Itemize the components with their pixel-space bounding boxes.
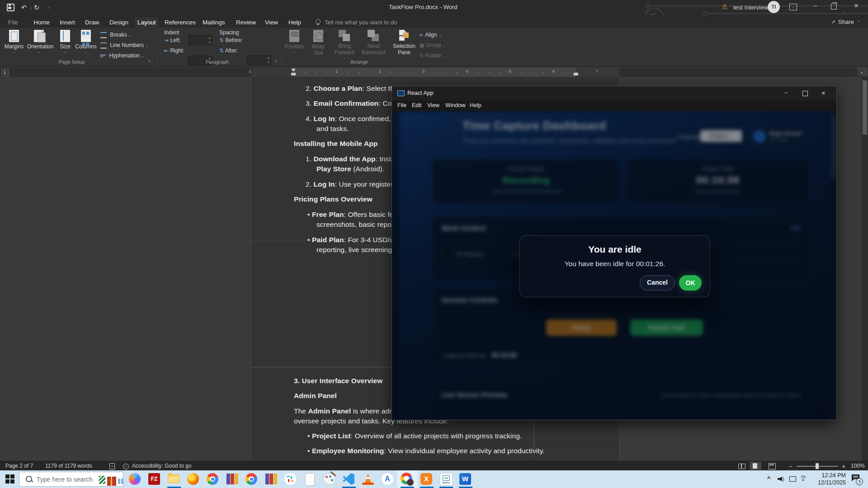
tab-design[interactable]: Design: [107, 17, 131, 28]
ok-button[interactable]: OK: [679, 275, 702, 291]
react-titlebar[interactable]: React App – ×: [392, 86, 836, 101]
page-indicator[interactable]: Page 2 of 7: [5, 463, 33, 469]
tray-chevron-icon[interactable]: ^: [767, 475, 771, 482]
tab-draw[interactable]: Draw: [82, 17, 102, 28]
display-icon[interactable]: [789, 476, 796, 482]
taskbar-icon-word[interactable]: W: [458, 473, 473, 486]
cancel-button[interactable]: Cancel: [640, 275, 675, 291]
menu-view[interactable]: View: [427, 102, 439, 108]
zoom-out-button[interactable]: −: [788, 463, 792, 470]
document-line[interactable]: Installing the Mobile App: [294, 140, 377, 148]
customize-quick-access-icon[interactable]: –: [44, 4, 52, 12]
tab-help[interactable]: Help: [286, 17, 304, 28]
taskbar-icon-chrome[interactable]: [205, 473, 221, 486]
document-line[interactable]: • Project List: Overview of all active p…: [307, 432, 522, 440]
redo-icon[interactable]: ↻: [33, 4, 41, 12]
indent-marker-left-bottom[interactable]: [291, 73, 296, 75]
taskbar-icon-app-a[interactable]: A: [380, 473, 396, 486]
taskbar-icon-chrome-2[interactable]: [244, 473, 259, 486]
tab-view[interactable]: View: [262, 17, 281, 28]
tab-references[interactable]: References: [162, 17, 198, 28]
taskbar-icon-notepad[interactable]: [302, 473, 318, 486]
avatar[interactable]: TI: [768, 1, 780, 13]
document-line[interactable]: 3. User Interface Overview: [294, 377, 382, 385]
align-button[interactable]: ⇤ Align ⌄: [420, 30, 442, 39]
warning-icon[interactable]: ⚠: [722, 3, 727, 11]
ribbon-display-options-icon[interactable]: ↑: [789, 4, 797, 10]
taskbar-icon-taskpro[interactable]: OK TaskPro: [439, 473, 454, 486]
account-name[interactable]: test Interview: [733, 4, 768, 11]
horizontal-ruler[interactable]: 1 1 2 3 4 5 6 7 L: [0, 68, 862, 77]
taskbar-icon-vscode[interactable]: [341, 473, 357, 486]
indent-marker-right[interactable]: [574, 73, 578, 75]
tab-layout[interactable]: Layout: [135, 17, 159, 28]
taskbar-icon-file-explorer[interactable]: [166, 473, 182, 486]
margins-button[interactable]: Margins ⌄: [2, 30, 26, 54]
print-layout-icon[interactable]: [750, 462, 761, 470]
wifi-icon[interactable]: [799, 475, 807, 482]
menu-help[interactable]: Help: [470, 102, 481, 108]
taskbar-icon-chrome-profile[interactable]: [400, 473, 415, 486]
react-close-button[interactable]: ×: [821, 89, 826, 97]
breaks-button[interactable]: Breaks ⌄: [100, 30, 132, 39]
document-line[interactable]: Admin Panel: [294, 392, 337, 400]
word-scrollbar-thumb[interactable]: [863, 80, 867, 135]
orientation-button[interactable]: ↘ Orientation ⌄: [27, 30, 51, 54]
spinner-arrows[interactable]: ▲▼: [208, 36, 211, 45]
taskbar-icon-winrar[interactable]: [225, 473, 240, 486]
line-numbers-button[interactable]: Line Numbers ⌄: [100, 41, 148, 50]
taskbar-icon-copilot[interactable]: [127, 473, 143, 486]
react-maximize-button[interactable]: [802, 91, 808, 96]
tab-mailings[interactable]: Mailings: [200, 17, 228, 28]
document-line[interactable]: and tasks.: [316, 125, 349, 133]
document-line[interactable]: • Employee Monitoring: View individual e…: [307, 447, 545, 455]
close-button[interactable]: ×: [851, 1, 862, 12]
taskbar-icon-winrar-2[interactable]: [264, 473, 279, 486]
minimize-button[interactable]: –: [811, 2, 821, 12]
taskbar-icon-paint[interactable]: [322, 473, 337, 486]
zoom-in-button[interactable]: +: [842, 463, 845, 470]
share-dropdown-icon[interactable]: ⌄: [857, 18, 861, 23]
hyphenation-button[interactable]: bᵃ⁻ Hyphenation ⌄: [100, 51, 144, 60]
paragraph-dialog-launcher-icon[interactable]: ↘: [274, 58, 278, 63]
tab-selector[interactable]: L: [1, 69, 9, 76]
word-scrollbar-track[interactable]: [862, 77, 868, 461]
spinner-arrows[interactable]: ▲▼: [267, 56, 270, 65]
accessibility-status[interactable]: Accessibility: Good to go: [132, 463, 191, 469]
tab-insert[interactable]: Insert: [57, 17, 78, 28]
taskbar-icon-xampp[interactable]: X: [419, 473, 434, 486]
web-layout-icon[interactable]: [769, 463, 776, 469]
start-button[interactable]: [5, 474, 15, 484]
clock[interactable]: 12:24 PM 12/11/2025: [811, 472, 846, 486]
size-button[interactable]: Size ⌄: [53, 30, 77, 54]
menu-file[interactable]: File: [397, 102, 406, 108]
proofing-icon[interactable]: ×: [109, 463, 115, 469]
collapse-ribbon-button[interactable]: ▲: [858, 68, 866, 75]
zoom-level[interactable]: 100%: [851, 463, 865, 469]
taskbar-icon-filezilla[interactable]: FZ: [147, 473, 162, 486]
indent-marker-left[interactable]: [291, 69, 296, 72]
search-box[interactable]: [19, 472, 123, 487]
menu-edit[interactable]: Edit: [412, 102, 422, 108]
zoom-slider-thumb[interactable]: [816, 463, 819, 469]
taskbar-icon-vlc[interactable]: [361, 473, 376, 486]
taskbar-icon-firefox[interactable]: [186, 473, 201, 486]
page-setup-dialog-launcher-icon[interactable]: ↘: [147, 58, 151, 63]
tab-review[interactable]: Review: [233, 17, 259, 28]
word-count[interactable]: 1179 of 1179 words: [45, 463, 92, 469]
document-line[interactable]: Pricing Plans Overview: [294, 195, 373, 203]
columns-button[interactable]: Columns ⌄: [74, 30, 98, 54]
indent-left-input[interactable]: ▲▼: [188, 35, 212, 45]
read-mode-icon[interactable]: [738, 464, 745, 469]
menu-window[interactable]: Window: [445, 102, 465, 108]
restore-button[interactable]: [831, 4, 837, 9]
document-line[interactable]: Play Store (Android).: [316, 165, 384, 173]
save-icon[interactable]: [6, 4, 14, 12]
tellme-input[interactable]: Tell me what you want to do: [325, 19, 397, 26]
search-input[interactable]: [36, 474, 96, 485]
selection-pane-button[interactable]: ↖ Selection Pane: [392, 30, 416, 56]
spacing-before-input[interactable]: ▲▼: [247, 55, 271, 65]
tab-file[interactable]: File: [5, 17, 21, 28]
tab-home[interactable]: Home: [31, 17, 52, 28]
react-minimize-button[interactable]: –: [784, 89, 788, 96]
